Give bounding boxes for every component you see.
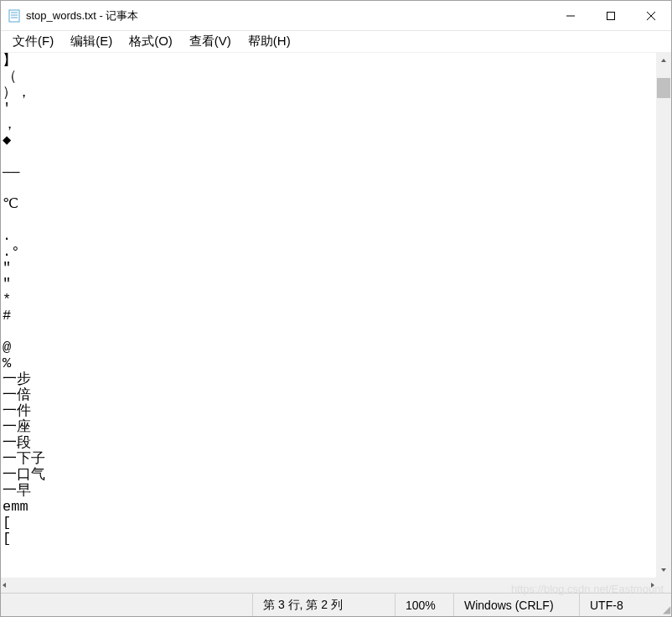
scroll-down-button[interactable] <box>656 563 671 578</box>
svg-marker-9 <box>661 568 666 572</box>
window-controls <box>551 1 671 30</box>
editor-area: 】 （ ）， ' ， ◆ —— ℃ . .° " " * # @ % 一步 一倍… <box>1 53 671 578</box>
titlebar: stop_words.txt - 记事本 <box>1 1 671 31</box>
svg-marker-8 <box>661 59 666 62</box>
status-encoding: UTF-8 <box>579 594 671 616</box>
menu-format[interactable]: 格式(O) <box>121 32 181 51</box>
close-button[interactable] <box>631 1 671 30</box>
notepad-icon <box>8 9 21 23</box>
hscroll-track[interactable] <box>8 578 649 593</box>
statusbar: 第 3 行, 第 2 列 100% Windows (CRLF) UTF-8 <box>1 593 671 616</box>
svg-rect-5 <box>607 12 615 19</box>
scroll-left-button[interactable] <box>1 578 8 593</box>
scroll-up-button[interactable] <box>656 53 671 68</box>
status-zoom: 100% <box>395 594 453 616</box>
status-position: 第 3 行, 第 2 列 <box>252 594 395 616</box>
horizontal-scrollbar[interactable] <box>1 578 671 593</box>
window-title: stop_words.txt - 记事本 <box>26 8 138 23</box>
scroll-right-button[interactable] <box>649 578 656 593</box>
svg-marker-11 <box>651 583 654 588</box>
minimize-button[interactable] <box>551 1 591 30</box>
menu-help[interactable]: 帮助(H) <box>240 32 299 51</box>
scroll-thumb[interactable] <box>657 78 670 98</box>
menu-edit[interactable]: 编辑(E) <box>62 32 121 51</box>
menubar: 文件(F) 编辑(E) 格式(O) 查看(V) 帮助(H) <box>1 31 671 53</box>
svg-rect-0 <box>9 10 19 22</box>
maximize-button[interactable] <box>591 1 631 30</box>
scroll-track[interactable] <box>656 68 671 563</box>
menu-file[interactable]: 文件(F) <box>4 32 62 51</box>
status-empty <box>1 594 252 616</box>
editor-text[interactable]: 】 （ ）， ' ， ◆ —— ℃ . .° " " * # @ % 一步 一倍… <box>1 53 656 578</box>
svg-marker-10 <box>3 583 6 588</box>
menu-view[interactable]: 查看(V) <box>181 32 240 51</box>
vertical-scrollbar[interactable] <box>656 53 671 578</box>
status-line-ending: Windows (CRLF) <box>453 594 579 616</box>
resize-grip[interactable]: ◢ <box>660 605 670 615</box>
